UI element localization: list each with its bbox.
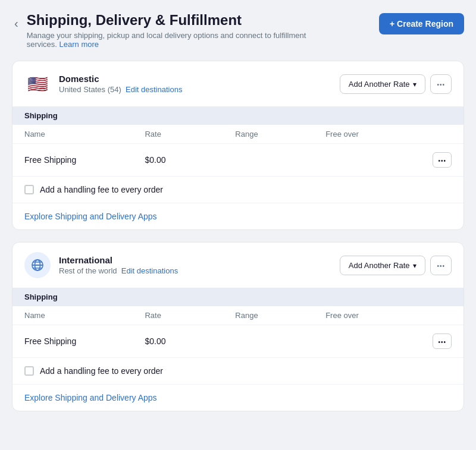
rate-value: $0.00 [145, 155, 235, 165]
domestic-region-actions: Add Another Rate [340, 74, 452, 94]
international-table-header: Name Rate Range Free over [12, 306, 464, 325]
international-more-button[interactable] [430, 256, 452, 275]
domestic-add-rate-button[interactable]: Add Another Rate [340, 74, 426, 94]
domestic-region-details: Domestic United States (54) Edit destina… [59, 74, 182, 94]
back-button[interactable]: ‹ [12, 14, 21, 33]
page-description: Manage your shipping, pickup and local d… [27, 31, 336, 49]
rate-name: Free Shipping [24, 155, 145, 165]
col-range-label: Range [235, 130, 325, 139]
rate-name: Free Shipping [24, 336, 145, 346]
domestic-edit-destinations-link[interactable]: Edit destinations [126, 85, 182, 94]
chevron-down-icon [413, 261, 416, 270]
col-name-label: Name [24, 311, 145, 320]
create-region-button[interactable]: + Create Region [379, 13, 464, 34]
chevron-down-icon [413, 80, 416, 89]
domestic-region-card: 🇺🇸 Domestic United States (54) Edit dest… [12, 61, 464, 230]
domestic-flag-icon: 🇺🇸 [24, 71, 51, 97]
page-title: Shipping, Delivery & Fulfillment [27, 12, 336, 29]
international-region-info: International Rest of the world Edit des… [24, 252, 178, 278]
dots-icon [438, 336, 446, 346]
rate-value: $0.00 [145, 336, 235, 346]
learn-more-link[interactable]: Learn more [60, 40, 99, 49]
dots-icon [438, 155, 446, 165]
header-section: ‹ Shipping, Delivery & Fulfillment Manag… [12, 12, 464, 49]
international-region-subtitle: Rest of the world Edit destinations [59, 266, 178, 275]
domestic-handling-fee-row: Add a handling fee to every order [12, 177, 464, 203]
domestic-region-name: Domestic [59, 74, 182, 84]
international-region-card: International Rest of the world Edit des… [12, 242, 464, 411]
col-name-label: Name [24, 130, 145, 139]
col-rate-label: Rate [145, 311, 235, 320]
col-range-label: Range [235, 311, 325, 320]
globe-icon [24, 252, 51, 278]
page-container: ‹ Shipping, Delivery & Fulfillment Manag… [12, 12, 464, 411]
international-edit-destinations-link[interactable]: Edit destinations [121, 266, 178, 275]
international-region-header: International Rest of the world Edit des… [12, 243, 464, 288]
international-region-actions: Add Another Rate [340, 256, 452, 275]
handling-fee-checkbox[interactable] [24, 366, 34, 376]
domestic-more-button[interactable] [430, 74, 452, 94]
rate-row-more-button[interactable] [433, 152, 452, 168]
rate-row-more-button[interactable] [433, 333, 452, 349]
international-region-name: International [59, 255, 178, 265]
col-freeover-label: Free over [325, 311, 416, 320]
handling-fee-label: Add a handling fee to every order [40, 185, 163, 194]
table-row: Free Shipping $0.00 [12, 144, 464, 177]
domestic-region-subtitle: United States (54) Edit destinations [59, 85, 182, 94]
table-row: Free Shipping $0.00 [12, 325, 464, 358]
dots-icon [437, 80, 445, 89]
header-text: Shipping, Delivery & Fulfillment Manage … [27, 12, 336, 49]
col-rate-label: Rate [145, 130, 235, 139]
international-shipping-header: Shipping [12, 288, 464, 306]
col-freeover-label: Free over [325, 130, 416, 139]
domestic-explore-apps-link[interactable]: Explore Shipping and Delivery Apps [12, 203, 464, 229]
international-handling-fee-row: Add a handling fee to every order [12, 358, 464, 385]
handling-fee-label: Add a handling fee to every order [40, 366, 163, 376]
domestic-shipping-header: Shipping [12, 106, 464, 125]
domestic-region-header: 🇺🇸 Domestic United States (54) Edit dest… [12, 61, 464, 106]
dots-icon [437, 261, 445, 270]
domestic-region-info: 🇺🇸 Domestic United States (54) Edit dest… [24, 71, 182, 97]
header-left: ‹ Shipping, Delivery & Fulfillment Manag… [12, 12, 336, 49]
international-add-rate-button[interactable]: Add Another Rate [340, 256, 426, 275]
international-explore-apps-link[interactable]: Explore Shipping and Delivery Apps [12, 385, 464, 411]
international-region-details: International Rest of the world Edit des… [59, 255, 178, 275]
domestic-table-header: Name Rate Range Free over [12, 125, 464, 144]
handling-fee-checkbox[interactable] [24, 185, 34, 194]
